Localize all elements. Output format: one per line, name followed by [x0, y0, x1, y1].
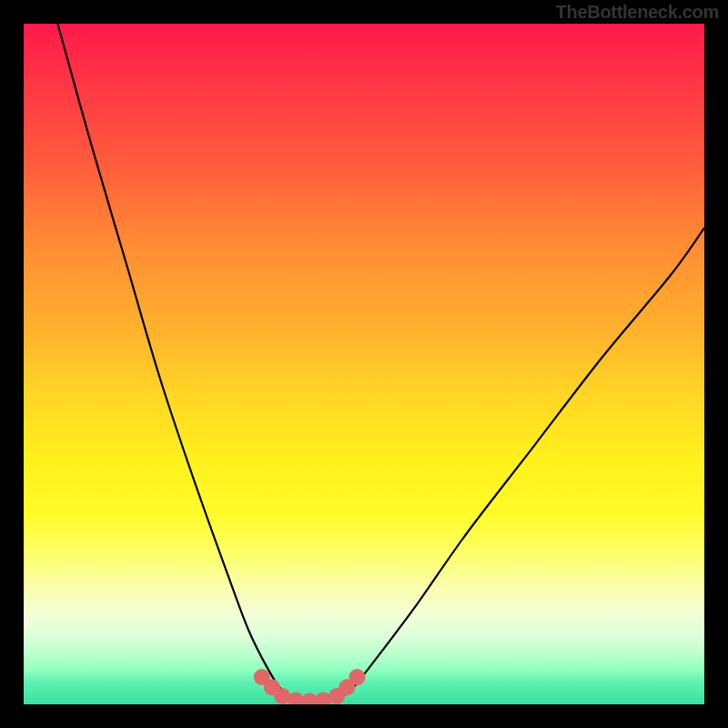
chart-container: TheBottleneck.com: [0, 0, 728, 728]
bottleneck-curve: [57, 24, 704, 702]
curve-svg: [24, 24, 704, 704]
marker-dot: [349, 669, 366, 685]
watermark-text: TheBottleneck.com: [556, 2, 719, 23]
plot-area: [24, 24, 704, 704]
